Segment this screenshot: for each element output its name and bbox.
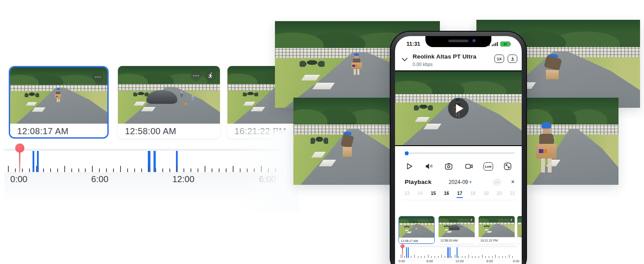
hour-label: 6:00 bbox=[487, 259, 493, 263]
more-icon[interactable]: ⋯ bbox=[503, 217, 508, 222]
signal-bars-icon bbox=[492, 42, 498, 46]
dog-shape bbox=[183, 103, 187, 106]
play-button[interactable] bbox=[404, 161, 414, 172]
thumbnail-image bbox=[517, 216, 522, 237]
phone-screen: 11:31 37 Reolink Altas PT Ultra 0.00 kbp… bbox=[395, 36, 522, 264]
recording-thumbnail[interactable]: ⋯12:58:00 AM bbox=[439, 216, 475, 244]
delivery-person-shape bbox=[55, 88, 62, 103]
more-icon[interactable]: ⋯ bbox=[92, 71, 103, 82]
thumbnail-timestamp: 16:21:22 PM bbox=[479, 237, 515, 244]
phone-notch bbox=[425, 36, 491, 47]
player-controls: Low bbox=[395, 161, 522, 172]
hour-label: 6:00 bbox=[91, 174, 108, 184]
calendar-date[interactable]: 14 bbox=[416, 191, 424, 198]
thumbnail-timestamp: 12:58:00 AM bbox=[439, 237, 475, 244]
phone-thumbnail-row: ⋯12:08:17 AM⋯12:58:00 AM⋯16:21:22 PM bbox=[395, 216, 522, 245]
dropdown-arrow-icon: ▾ bbox=[469, 180, 472, 184]
hour-label: 0:00 bbox=[10, 174, 27, 184]
phone-mockup: 11:31 37 Reolink Altas PT Ultra 0.00 kbp… bbox=[390, 31, 527, 264]
close-button[interactable]: × bbox=[511, 178, 515, 185]
footage-scene bbox=[526, 98, 618, 185]
recording-thumbnail[interactable]: ⋯12:08:17 AM bbox=[9, 66, 109, 139]
calendar-date[interactable]: 16 bbox=[443, 191, 450, 198]
thumbnail-image: ⋯ bbox=[439, 216, 475, 237]
car-shape bbox=[146, 90, 177, 104]
recording-thumbnail[interactable]: ⋯12:08:17 AM bbox=[399, 216, 435, 244]
play-overlay-button[interactable] bbox=[448, 98, 469, 119]
delivery-person-shape bbox=[339, 126, 356, 158]
timeline-hour-labels: 0:006:0012:006:00 bbox=[4, 174, 293, 186]
footage-scene bbox=[517, 216, 522, 237]
calendar-date[interactable]: 18 bbox=[469, 191, 477, 198]
battery-icon: 37 bbox=[500, 41, 510, 47]
calendar-date[interactable]: 20 bbox=[495, 191, 503, 198]
camera-title: Reolink Altas PT Ultra bbox=[413, 53, 476, 60]
hour-label: 12:00 bbox=[172, 174, 194, 184]
hour-label: 6:00 bbox=[427, 259, 433, 263]
video-player[interactable] bbox=[395, 70, 522, 146]
playback-speed-button[interactable]: 1X bbox=[494, 55, 504, 63]
thumbnail-image bbox=[227, 66, 329, 124]
calendar-date[interactable]: 15 bbox=[429, 191, 437, 198]
record-video-icon[interactable] bbox=[464, 161, 474, 172]
thumbnail-image: ⋯ bbox=[10, 67, 107, 124]
thumbnail-timestamp: 12:08:17 AM bbox=[399, 238, 434, 244]
more-icon[interactable]: ⋯ bbox=[428, 218, 433, 222]
download-button[interactable] bbox=[508, 55, 517, 63]
phone-timeline[interactable]: 0:006:0012:006:000:00 bbox=[399, 245, 517, 264]
divider bbox=[402, 200, 516, 200]
recording-thumbnail[interactable]: ⋯12:58:00 AM bbox=[118, 66, 220, 139]
reolink-playback-promo: ⋯12:08:17 AM⋯12:58:00 AM16:21:22 PM 0:00… bbox=[0, 0, 644, 264]
player-header: Reolink Altas PT Ultra 0.00 kbps 1X bbox=[395, 51, 522, 70]
desktop-playback-panel: ⋯12:08:17 AM⋯12:58:00 AM16:21:22 PM 0:00… bbox=[0, 0, 304, 264]
timeline-hour-labels: 0:006:0012:006:000:00 bbox=[399, 259, 517, 264]
dog-shape bbox=[461, 229, 463, 230]
status-time: 11:31 bbox=[406, 41, 420, 47]
desktop-timeline[interactable]: 0:006:0012:006:00 bbox=[4, 145, 293, 209]
thumbnail-timestamp: 12:08:17 AM bbox=[10, 124, 107, 139]
thumbnail-timestamp bbox=[517, 237, 522, 244]
fullscreen-button[interactable] bbox=[502, 161, 513, 172]
hour-label: 0:00 bbox=[513, 259, 520, 263]
chevron-down-icon[interactable] bbox=[401, 55, 409, 63]
snapshot-camera-icon[interactable] bbox=[443, 161, 454, 172]
calendar-date[interactable]: 13 bbox=[403, 191, 411, 198]
car-shape bbox=[449, 225, 460, 230]
play-icon bbox=[456, 104, 463, 113]
progress-bar[interactable] bbox=[405, 152, 515, 154]
progress-handle[interactable] bbox=[405, 151, 409, 155]
hour-label: 0:00 bbox=[399, 259, 405, 263]
playback-title: Playback bbox=[405, 179, 432, 185]
delivery-person-shape bbox=[415, 224, 418, 230]
front-camera bbox=[472, 39, 476, 43]
playback-header: Playback 2024-09▾ ⋯ × bbox=[405, 179, 516, 187]
bitrate-label: 0.00 kbps bbox=[413, 62, 433, 67]
desktop-thumbnail-row: ⋯12:08:17 AM⋯12:58:00 AM16:21:22 PM bbox=[0, 0, 304, 264]
thumbnail-image: ⋯ bbox=[118, 66, 220, 124]
recording-thumbnail[interactable]: 16:21:22 PM bbox=[227, 66, 329, 139]
calendar-date[interactable]: 21 bbox=[509, 191, 516, 198]
recording-thumbnail[interactable] bbox=[517, 216, 522, 244]
recording-thumbnail[interactable]: ⋯16:21:22 PM bbox=[479, 216, 515, 244]
motion-icon bbox=[205, 70, 216, 81]
timeline-ticks bbox=[399, 247, 517, 258]
calendar-date[interactable]: 19 bbox=[482, 191, 490, 198]
quality-button[interactable]: Low bbox=[483, 162, 493, 171]
footage-delivery-carrying-box bbox=[526, 98, 618, 185]
more-button[interactable]: ⋯ bbox=[493, 179, 501, 186]
more-icon[interactable]: ⋯ bbox=[463, 217, 468, 222]
footage-scene bbox=[227, 66, 329, 124]
volume-icon[interactable] bbox=[424, 161, 434, 172]
thumbnail-timestamp: 16:21:22 PM bbox=[227, 124, 329, 139]
delivery-person-shape bbox=[540, 49, 565, 81]
calendar-date-selected[interactable]: 17 bbox=[456, 191, 464, 198]
thumbnail-timestamp: 12:58:00 AM bbox=[118, 124, 220, 139]
motion-icon bbox=[509, 217, 513, 222]
more-icon[interactable]: ⋯ bbox=[190, 70, 201, 81]
thumbnail-image: ⋯ bbox=[399, 216, 434, 238]
hour-label: 6:00 bbox=[259, 174, 276, 184]
month-selector[interactable]: 2024-09▾ bbox=[449, 179, 472, 185]
hour-label: 12:00 bbox=[455, 259, 464, 263]
delivery-person-shape bbox=[351, 53, 362, 77]
timeline-ticks bbox=[4, 151, 293, 172]
